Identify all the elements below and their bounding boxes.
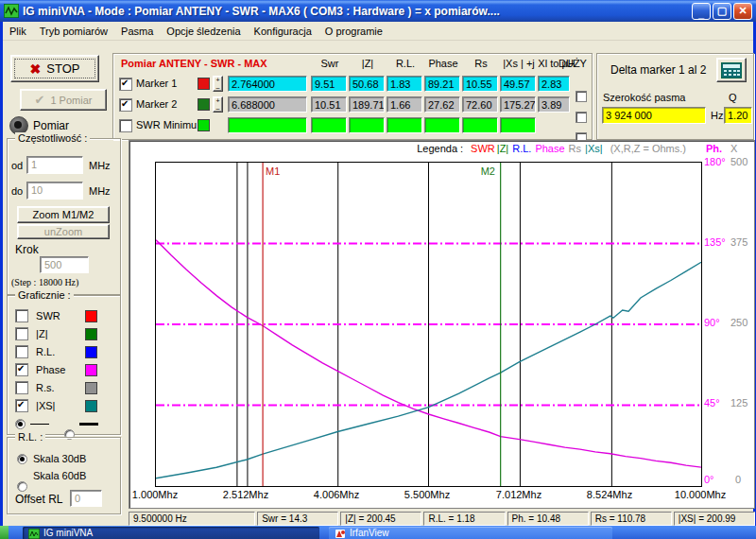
marker-table-header: Swr |Z| R.L. Phase Rs |Xs | +j Xl to µH (311, 58, 576, 69)
legend-rl: R.L. (512, 143, 531, 154)
taskbar-button-minivna[interactable]: IG miniVNA (23, 527, 319, 539)
skala-60db-label: Skala 60dB (33, 470, 86, 481)
gfx-swr-checkbox[interactable] (15, 309, 28, 322)
taskbar-button-irfanview[interactable]: IrfanView (329, 527, 612, 539)
status-bar: 9.500000 Hz Swr = 14.3 |Z| = 200.45 R.L.… (129, 512, 755, 526)
taskbar: IG miniVNA IrfanView (0, 526, 756, 539)
gfx-xs-checkbox[interactable] (15, 399, 28, 412)
gfx-row-xs: |XS| (15, 399, 55, 412)
bandwidth-value: 3 924 000 (602, 107, 706, 124)
do-label: do (11, 185, 23, 197)
marker2-checkbox[interactable] (119, 98, 132, 112)
freq-tick-3: 4.006Mhz (308, 489, 365, 500)
gfx-rs-label: R.s. (36, 382, 55, 393)
marker2-spinner[interactable]: +– (213, 96, 223, 113)
step-note: (Step : 18000 Hz) (11, 277, 78, 287)
phase-axis-title: Ph. (706, 143, 722, 154)
freq-tick-1: 1.000Mhz (127, 489, 183, 500)
start-button[interactable] (0, 526, 9, 539)
phase-tick-180: 180° (704, 156, 726, 167)
skala-60db-radio[interactable] (17, 481, 27, 492)
svg-text:M1: M1 (266, 165, 280, 177)
minimize-button[interactable]: _ (692, 3, 711, 20)
line-thin-radio[interactable] (15, 419, 26, 429)
marker2-freq-field[interactable]: 6.688000 (228, 96, 307, 113)
unzoom-button[interactable]: unZoom (17, 224, 110, 239)
minivna-task-icon (28, 529, 40, 539)
marker2-row: Marker 2 +– 6.688000 10.51 189.71 1.66 2… (119, 96, 592, 113)
status-rl: R.L. = 1.18 (423, 512, 505, 526)
one-pomiar-label: 1 Pomiar (50, 95, 92, 106)
calculator-button[interactable] (716, 58, 747, 82)
menu-o-programie[interactable]: O programie (318, 24, 389, 39)
freq-from-input[interactable]: 1 (26, 156, 83, 174)
gfx-z-checkbox[interactable] (15, 327, 28, 340)
marker1-freq-field[interactable]: 2.764000 (228, 76, 307, 92)
marker2-xs: 175.27 (500, 96, 536, 113)
marker1-color-swatch (198, 78, 210, 90)
marker1-xs: 49.57 (500, 76, 536, 92)
do-unit: MHz (89, 185, 111, 197)
gfx-xs-swatch (85, 400, 97, 412)
maximize-button[interactable]: ▢ (713, 3, 731, 20)
menu-opcje-sledzenia[interactable]: Opcje śledzenia (160, 24, 247, 39)
freq-tick-7: 10.000Mhz (672, 489, 729, 500)
swr-min-cell (349, 117, 385, 133)
gfx-rl-checkbox[interactable] (15, 345, 28, 358)
menu-konfiguracja[interactable]: Konfiguracja (248, 24, 318, 39)
gfx-phase-swatch (85, 364, 97, 376)
swr-min-cell (311, 117, 347, 133)
freq-to-input[interactable]: 10 (26, 182, 83, 200)
menu-tryb-pomiarow[interactable]: Tryb pomiarów (33, 24, 114, 39)
col-xs: |Xs | +j (500, 58, 538, 69)
phase-tick-0: 0° (704, 474, 714, 485)
offset-rl-label: Offset RL (15, 493, 62, 506)
skala-30db-radio[interactable] (17, 454, 27, 464)
gfx-rs-checkbox[interactable] (15, 381, 28, 394)
x-tick-125: 125 (730, 397, 747, 409)
marker-panel-title: Pomiar ANTENY - SWR - MAX (121, 58, 267, 69)
col-z: |Z| (349, 58, 387, 69)
check-icon: ✔ (35, 93, 45, 107)
swr-min-row: SWR Minimu (119, 117, 592, 133)
marker2-z: 189.71 (349, 96, 385, 113)
gfx-row-phase: Phase (15, 363, 65, 376)
graph-options-title: Graficznie : (15, 289, 74, 301)
rl-scale-group: R.L. : Skala 30dB Skala 60dB Offset RL 0 (7, 437, 121, 514)
gfx-rl-label: R.L. (36, 346, 55, 357)
title-bar[interactable]: IG miniVNA - Mode : Pomiar ANTENY - SWR … (0, 0, 756, 22)
close-button[interactable]: ✕ (733, 3, 752, 20)
menu-pasma[interactable]: Pasma (114, 24, 160, 39)
graph-options-group: Graficznie : SWR |Z| R.L. (7, 295, 121, 435)
swr-min-cell (500, 117, 536, 133)
swr-min-cell (462, 117, 498, 133)
offset-rl-input[interactable]: 0 (70, 490, 102, 507)
marker1-phase: 89.21 (424, 76, 460, 92)
legend-xs: |Xs| (585, 143, 603, 154)
phase-tick-90: 90° (704, 317, 720, 328)
zoom-m1m2-button[interactable]: Zoom M1/M2 (17, 206, 110, 223)
marker1-spinner[interactable]: +– (213, 76, 223, 92)
irfanview-task-icon (335, 529, 346, 539)
menu-plik[interactable]: Plik (3, 24, 33, 39)
calculator-icon (721, 62, 742, 78)
x-tick-500: 500 (730, 156, 747, 167)
col-duzy: DUŻY (552, 58, 593, 69)
delta-panel: Delta marker 1 al 2 Szerokość pasma Q 3 … (596, 53, 754, 140)
marker1-checkbox[interactable] (119, 78, 132, 91)
stop-button[interactable]: ✖ STOP (10, 55, 99, 82)
plot-area[interactable]: M1M2 (155, 162, 702, 487)
swr-min-freq-field (228, 117, 307, 133)
marker1-row: Marker 1 +– 2.764000 9.51 50.68 1.83 89.… (119, 76, 592, 92)
krok-input[interactable]: 500 (40, 256, 89, 273)
one-pomiar-button[interactable]: ✔ 1 Pomiar (20, 89, 107, 111)
gfx-phase-checkbox[interactable] (15, 363, 28, 376)
freq-tick-6: 8.524Mhz (581, 489, 638, 500)
swr-min-checkbox[interactable] (119, 119, 132, 132)
gfx-phase-label: Phase (36, 364, 65, 375)
freq-tick-4: 5.500Mhz (399, 489, 455, 500)
col-rl: R.L. (387, 58, 424, 69)
marker2-xl: 3.89 (538, 96, 570, 113)
x-tick-375: 375 (730, 236, 747, 248)
gfx-xs-label: |XS| (36, 400, 55, 411)
